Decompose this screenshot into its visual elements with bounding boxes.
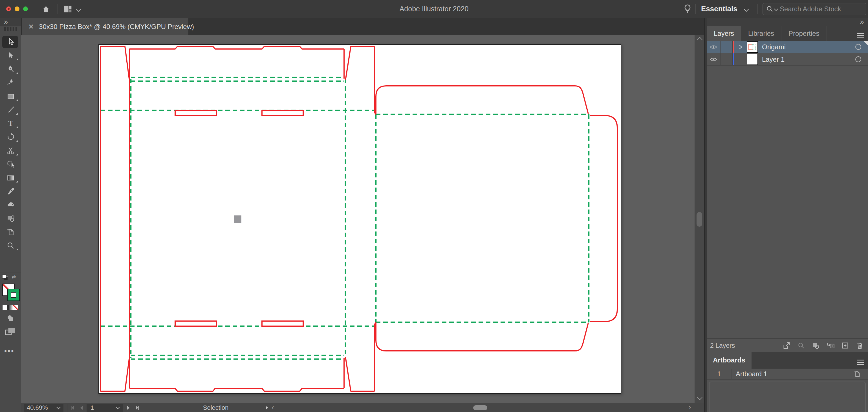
artboard-number-chevron-icon[interactable]	[113, 404, 123, 412]
visibility-toggle[interactable]	[707, 41, 720, 53]
zoom-level-field[interactable]: 40.69%	[24, 404, 56, 412]
lock-toggle[interactable]	[720, 53, 733, 65]
target-circle-icon[interactable]	[855, 56, 861, 62]
rotate-tool[interactable]	[0, 130, 21, 144]
shaper-tool[interactable]	[0, 158, 21, 171]
layer-row-layer1[interactable]: Layer 1	[707, 53, 868, 66]
gradient-tool[interactable]	[0, 171, 21, 184]
cut-lines	[101, 46, 617, 391]
tool-list: T	[0, 35, 21, 252]
status-expand-icon[interactable]	[263, 404, 270, 412]
scroll-up-icon[interactable]	[697, 37, 702, 42]
drawing-modes-icon[interactable]	[6, 314, 15, 324]
last-artboard-icon[interactable]	[134, 404, 141, 412]
layer-count-label: 2 Layers	[710, 342, 782, 349]
artboard-tool[interactable]	[0, 225, 21, 239]
arrange-documents-icon[interactable]	[63, 4, 72, 15]
locate-object-icon[interactable]	[797, 341, 805, 350]
lock-toggle[interactable]	[720, 41, 733, 53]
make-clipping-mask-icon[interactable]	[812, 341, 820, 350]
layer-color-chip	[733, 53, 734, 65]
workspace-switcher[interactable]: Essentials	[701, 0, 738, 18]
layer-thumbnail[interactable]	[747, 41, 758, 53]
close-document-icon[interactable]: ✕	[28, 23, 34, 31]
artboards-panel-header: Artboards	[707, 352, 868, 369]
curvature-tool[interactable]	[0, 76, 21, 90]
artboard-row[interactable]: 1 Artboard 1	[707, 369, 868, 380]
tools-panel-header: »	[0, 18, 21, 26]
rectangle-tool[interactable]	[0, 90, 21, 103]
layer-name[interactable]: Layer 1	[762, 56, 848, 63]
status-bar: 40.69% 1 Selection ‹ ›	[21, 403, 704, 412]
zoom-tool[interactable]	[0, 239, 21, 252]
horizontal-scroll-thumb[interactable]	[473, 405, 487, 410]
artboard-number-field[interactable]: 1	[87, 404, 116, 412]
swap-fill-stroke-icon[interactable]: ⇄	[12, 274, 16, 280]
first-artboard-icon[interactable]	[69, 404, 76, 412]
scroll-down-icon[interactable]	[697, 395, 702, 400]
color-button[interactable]	[2, 305, 8, 310]
next-artboard-icon[interactable]	[125, 404, 132, 412]
minimize-window-button[interactable]	[15, 6, 20, 11]
document-tab-title: 30x30 Pizza Box* @ 40.69% (CMYK/GPU Prev…	[39, 23, 194, 31]
eyedropper-tool[interactable]	[0, 184, 21, 198]
fullscreen-window-button[interactable]	[23, 6, 28, 11]
canvas-viewport[interactable]	[21, 35, 694, 403]
vertical-scrollbar[interactable]	[694, 35, 704, 403]
none-button[interactable]	[13, 305, 18, 310]
layer-name[interactable]: Origami	[762, 43, 848, 51]
lightbulb-discover-icon[interactable]	[682, 4, 692, 15]
type-tool[interactable]: T	[0, 116, 21, 130]
close-window-button[interactable]	[6, 6, 11, 11]
tab-layers[interactable]: Layers	[707, 26, 741, 41]
hscroll-right-icon[interactable]: ›	[689, 403, 691, 412]
target-circle-icon[interactable]	[855, 44, 861, 50]
pizza-box-dieline	[99, 45, 621, 393]
new-sublayer-icon[interactable]	[826, 341, 835, 350]
delete-layer-icon[interactable]	[856, 341, 864, 350]
direct-selection-tool[interactable]	[0, 49, 21, 62]
artboard-options-cell[interactable]	[846, 369, 868, 379]
collect-for-export-icon[interactable]	[782, 341, 791, 350]
document-tab-bar: ✕ 30x30 Pizza Box* @ 40.69% (CMYK/GPU Pr…	[21, 18, 707, 35]
scissors-tool[interactable]	[0, 144, 21, 158]
tab-libraries[interactable]: Libraries	[741, 26, 781, 41]
visibility-toggle[interactable]	[707, 53, 720, 65]
previous-artboard-icon[interactable]	[78, 404, 85, 412]
screen-mode-icon[interactable]	[4, 327, 17, 338]
status-tool-label[interactable]: Selection	[168, 403, 264, 412]
tab-properties[interactable]: Properties	[781, 26, 827, 41]
stroke-swatch[interactable]	[7, 289, 20, 301]
new-layer-icon[interactable]	[841, 341, 849, 350]
gradient-button[interactable]	[8, 305, 13, 310]
artboard[interactable]	[98, 44, 621, 394]
collapse-panels-icon[interactable]: »	[860, 18, 864, 25]
hscroll-left-icon[interactable]: ‹	[272, 403, 274, 412]
zoom-level-chevron-icon[interactable]	[53, 404, 63, 412]
document-tab[interactable]: ✕ 30x30 Pizza Box* @ 40.69% (CMYK/GPU Pr…	[22, 18, 188, 35]
selection-tool[interactable]	[0, 35, 21, 49]
layers-panel-menu-icon[interactable]	[857, 33, 864, 34]
edit-toolbar-icon[interactable]: •••	[4, 347, 14, 355]
adobe-stock-search-input[interactable]: Search Adobe Stock	[763, 3, 866, 15]
arrange-documents-chevron-icon[interactable]	[76, 6, 81, 11]
vertical-scroll-thumb[interactable]	[696, 212, 702, 227]
color-type-bar	[2, 305, 18, 310]
expand-chevron-icon[interactable]	[738, 44, 743, 50]
target-cell[interactable]	[848, 53, 868, 65]
paintbrush-tool[interactable]	[0, 103, 21, 116]
workspace-chevron-icon[interactable]	[744, 6, 749, 11]
pen-tool[interactable]	[0, 62, 21, 76]
shape-builder-tool[interactable]	[0, 211, 21, 225]
layer-row-origami[interactable]: Origami	[707, 41, 868, 53]
layer-thumbnail[interactable]	[747, 54, 758, 65]
tools-panel-grip[interactable]	[4, 27, 17, 31]
artboard-page-icon[interactable]	[853, 370, 861, 378]
artboards-panel-menu-icon[interactable]	[857, 359, 864, 360]
default-fill-stroke-icon[interactable]	[2, 275, 8, 280]
home-icon[interactable]	[41, 4, 51, 15]
collapse-tools-icon[interactable]: »	[4, 18, 8, 25]
tab-artboards[interactable]: Artboards	[707, 352, 751, 369]
puppet-warp-tool[interactable]	[0, 198, 21, 211]
artboard-name[interactable]: Artboard 1	[736, 370, 846, 378]
